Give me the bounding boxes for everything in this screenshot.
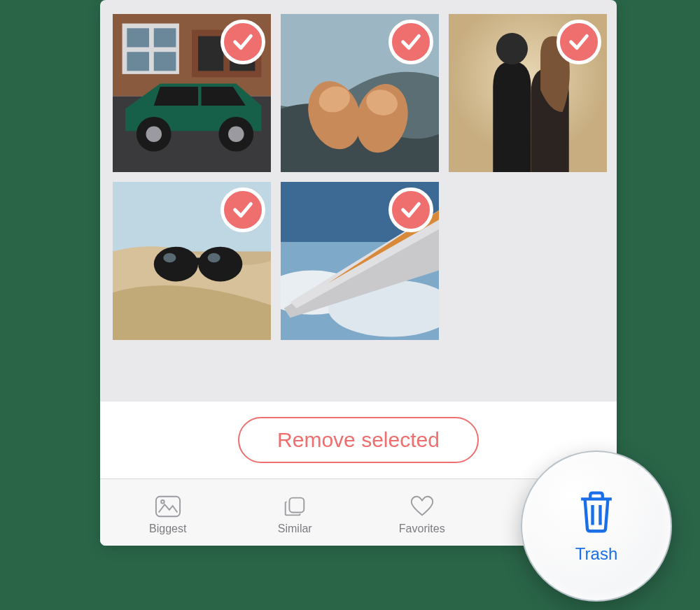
heart-icon	[408, 493, 436, 520]
svg-point-28	[208, 253, 220, 263]
photo-thumbnail[interactable]	[113, 14, 271, 172]
stack-icon	[281, 493, 309, 520]
svg-rect-26	[195, 257, 202, 264]
magnified-trash-tab: Trash	[521, 451, 672, 602]
remove-selected-button[interactable]: Remove selected	[238, 417, 479, 463]
svg-rect-35	[290, 497, 304, 512]
photo-thumbnail[interactable]	[281, 14, 439, 172]
checkmark-icon	[399, 198, 423, 222]
svg-rect-8	[198, 36, 223, 71]
checkmark-icon	[231, 198, 255, 222]
tab-favorites[interactable]: Favorites	[358, 493, 486, 535]
mountains-icon	[154, 493, 182, 520]
selection-check[interactable]	[556, 20, 601, 64]
selection-check[interactable]	[220, 20, 265, 64]
selection-check[interactable]	[388, 187, 433, 232]
svg-point-27	[163, 253, 176, 263]
tab-label: Favorites	[399, 523, 445, 535]
checkmark-icon	[231, 30, 255, 54]
photo-thumbnail[interactable]	[281, 182, 439, 340]
trash-icon	[572, 488, 621, 537]
tab-label: Biggest	[149, 523, 186, 535]
action-bar: Remove selected	[100, 402, 617, 478]
selection-check[interactable]	[220, 187, 265, 232]
selection-check[interactable]	[388, 20, 433, 64]
svg-rect-5	[127, 52, 149, 71]
photo-thumbnail[interactable]	[449, 14, 607, 172]
tab-similar[interactable]: Similar	[232, 493, 359, 535]
svg-rect-6	[154, 52, 176, 71]
svg-rect-33	[156, 496, 180, 516]
svg-rect-4	[154, 28, 176, 47]
app-panel: Remove selected Biggest Similar Favorite…	[100, 0, 617, 546]
magnified-tab-label: Trash	[575, 544, 617, 564]
svg-point-13	[228, 126, 244, 142]
tab-label: Similar	[278, 523, 312, 535]
checkmark-icon	[399, 30, 423, 54]
svg-point-24	[154, 247, 198, 282]
photo-thumbnail[interactable]	[113, 182, 271, 340]
checkmark-icon	[567, 30, 591, 54]
svg-point-21	[496, 33, 528, 64]
svg-point-11	[146, 126, 162, 142]
svg-point-25	[198, 247, 242, 282]
svg-point-34	[161, 500, 164, 504]
photo-grid	[113, 14, 610, 340]
svg-rect-3	[127, 28, 149, 47]
tab-biggest[interactable]: Biggest	[104, 493, 232, 535]
